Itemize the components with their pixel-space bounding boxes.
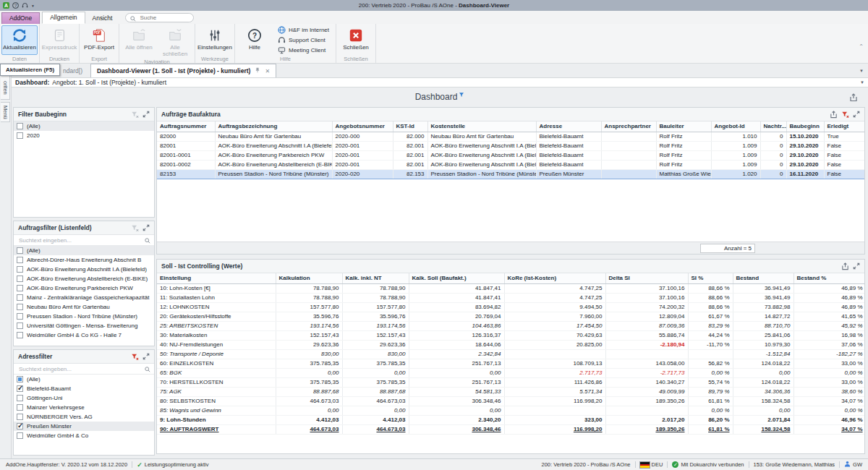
list-item[interactable]: Neubau Büro Amt für Gartenbau <box>14 302 154 312</box>
column-header[interactable]: Kostenstelle <box>427 121 536 132</box>
table-row[interactable]: 82001-0002AOK-Büro Erweiterung Abstellbe… <box>157 160 865 169</box>
checkbox[interactable] <box>17 294 23 301</box>
tab-dashboard-viewer[interactable]: Dashboard-Viewer (1. Soll - Ist (Projekt… <box>90 64 276 77</box>
table-row[interactable]: 85: Wagnis und Gewinn0,000,000,000,00 %0… <box>157 406 865 415</box>
column-header[interactable]: Angebot-Id <box>711 121 760 132</box>
search-input[interactable] <box>17 236 142 244</box>
maximize-panel-icon[interactable] <box>853 111 860 118</box>
quick-access-dropdown-icon[interactable]: ▼ <box>31 4 35 8</box>
checkbox[interactable] <box>17 432 23 439</box>
checkbox[interactable] <box>17 304 23 310</box>
ribbon-button-expressdruck[interactable]: Expressdruck <box>41 25 77 55</box>
ribbon-button-hilfe[interactable]: ?Hilfe <box>237 25 273 55</box>
list-item[interactable]: Bielefeld-Bauamt <box>14 384 154 393</box>
column-header[interactable]: Baubeginn <box>786 121 824 132</box>
ribbon-button-alle-öffnen[interactable]: Alle öffnen <box>121 25 157 58</box>
list-item[interactable]: Albrecht-Dürer-Haus Erweiterung Abschnit… <box>14 255 154 265</box>
search-input[interactable] <box>17 365 142 373</box>
table-row[interactable]: 12: LOHNKOSTEN157.577,80157.577,8083.694… <box>157 302 865 312</box>
list-item[interactable]: NÜRNBERGER Vers. AG <box>14 412 154 422</box>
list-item[interactable]: Göttingen-Uni <box>14 393 154 403</box>
filter-clear-icon[interactable] <box>131 224 139 232</box>
column-header[interactable]: SI % <box>688 273 733 283</box>
checkbox[interactable] <box>17 275 23 282</box>
dashboard-selector-bar[interactable]: Dashboard: Angebot: 1. Soll - Ist (Proje… <box>12 78 868 87</box>
checkbox[interactable] <box>17 123 23 129</box>
ribbon-link-meeting-client[interactable]: Meeting Client <box>278 46 329 54</box>
dashboard-export-icon[interactable] <box>849 92 858 105</box>
list-item[interactable]: Mainz - Zentralkläranlage Gasspeicherkap… <box>14 293 154 302</box>
column-header[interactable]: Ansprechpartner <box>601 121 656 132</box>
column-header[interactable]: Delta SI <box>605 273 688 283</box>
ribbon-link-support-client[interactable]: Support Client <box>278 36 329 44</box>
checkbox[interactable] <box>17 395 23 401</box>
column-header[interactable]: Kalk. Soll (Baufakt.) <box>409 273 504 283</box>
checkbox[interactable] <box>17 313 23 320</box>
list-item[interactable]: (Alle) <box>14 121 154 131</box>
ribbon-button-einstellungen[interactable]: Einstellungen <box>197 25 233 55</box>
maximize-panel-icon[interactable] <box>142 111 150 118</box>
table-row[interactable]: 82000Neubau Büro Amt für Gartenbau2020-0… <box>157 132 865 141</box>
checkbox[interactable] <box>17 322 23 329</box>
checkbox[interactable] <box>17 385 23 392</box>
auftragsfilter-search[interactable] <box>14 235 154 246</box>
column-header[interactable]: Erledigt <box>824 121 865 132</box>
checkbox[interactable] <box>17 266 23 273</box>
checkbox[interactable] <box>17 404 23 411</box>
column-header[interactable]: Kalk. inkl. NT <box>342 273 409 283</box>
checkbox[interactable] <box>17 132 23 139</box>
table-row[interactable]: 80: SELBSTKOSTEN464.673,03464.673,03306.… <box>157 396 865 406</box>
checkbox[interactable] <box>17 285 23 291</box>
column-header[interactable]: Angebotsnummer <box>332 121 393 132</box>
ribbon-search[interactable] <box>125 13 194 22</box>
tab-addone[interactable]: AddOne <box>1 12 40 24</box>
status-language[interactable]: DEU <box>640 461 663 468</box>
adressfilter-search[interactable] <box>14 364 154 375</box>
filter-clear-icon[interactable] <box>131 111 139 119</box>
list-item[interactable]: Mainzer Verkehrsgese <box>14 403 154 412</box>
list-item[interactable]: Universität Göttingen - Mensa- Erweiteru… <box>14 321 154 330</box>
ribbon-button-schließen[interactable]: Schließen <box>338 25 374 55</box>
table-row[interactable]: 25: ARBEITSKOSTEN193.174,56193.174,56104… <box>157 321 865 330</box>
column-header[interactable]: Auftragsnummer <box>157 121 215 132</box>
table-row[interactable]: 40: NU-Fremdleistungen29.623,3629.623,36… <box>157 340 865 349</box>
column-header[interactable]: Nachtr... <box>760 121 786 132</box>
ribbon-button-aktualisieren[interactable]: Aktualisieren <box>1 25 38 55</box>
search-input[interactable] <box>138 14 189 22</box>
headset-quick-icon[interactable] <box>22 2 28 9</box>
export-icon[interactable] <box>830 111 838 119</box>
tab-list-dropdown-icon[interactable]: ▼ <box>859 69 868 73</box>
status-user-initials[interactable]: GW <box>844 461 862 469</box>
checkbox[interactable] <box>17 376 23 383</box>
filter-active-icon[interactable] <box>841 111 849 119</box>
dashboard-selector-dropdown-icon[interactable]: ▼ <box>860 80 868 85</box>
checkbox[interactable] <box>17 257 23 263</box>
maximize-panel-icon[interactable] <box>142 353 150 360</box>
pin-icon[interactable] <box>255 67 260 74</box>
table-row[interactable]: 90: AUFTRAGSWERT464.673,03464.673,03306.… <box>157 424 865 434</box>
table-row[interactable]: 10: Lohn-Kosten [€]78.788,9078.788,9041.… <box>157 283 865 293</box>
help-quick-icon[interactable]: ? <box>12 2 19 9</box>
sidebar-tab-menu[interactable]: Menü <box>1 102 10 122</box>
checkbox[interactable] <box>17 414 23 420</box>
list-item[interactable]: Weidmüller GmbH & Co KG - Halle 7 <box>14 330 154 340</box>
table-row[interactable]: 65: BGK0,000,000,002.717,73-2.717,730,00… <box>157 368 865 377</box>
column-header[interactable]: Auftragsbezeichnung <box>215 121 332 132</box>
sidebar-tab-favoriten[interactable]: oriten <box>1 75 10 100</box>
column-header[interactable]: Bestand % <box>793 273 865 283</box>
table-row[interactable]: 82001AOK-Büro Erweiterung Abschnitt I.A … <box>157 141 865 150</box>
column-header[interactable]: Bestand <box>733 273 793 283</box>
list-item[interactable]: (Alle) <box>14 375 154 384</box>
close-tab-icon[interactable]: ✕ <box>265 68 270 74</box>
tab-allgemein[interactable]: Allgemein <box>42 12 85 24</box>
list-item[interactable]: Weidmüller GmbH & Co <box>14 431 154 440</box>
column-header[interactable]: Einstellung <box>157 273 276 283</box>
table-row[interactable]: 30: Materialkosten152.157,43152.157,4312… <box>157 330 865 340</box>
ribbon-button-alle-schließen[interactable]: Alle schließen <box>157 25 193 58</box>
maximize-panel-icon[interactable] <box>142 224 150 231</box>
column-header[interactable]: Adresse <box>536 121 601 132</box>
table-row[interactable]: 82153Preussen Stadion - Nord Tribüne (Mü… <box>157 169 865 179</box>
tab-ansicht[interactable]: Ansicht <box>85 13 120 24</box>
list-item[interactable]: AOK-Büro Erweiterung Parkbereich PKW <box>14 283 154 293</box>
list-item[interactable]: Preußen Münster <box>14 422 154 431</box>
